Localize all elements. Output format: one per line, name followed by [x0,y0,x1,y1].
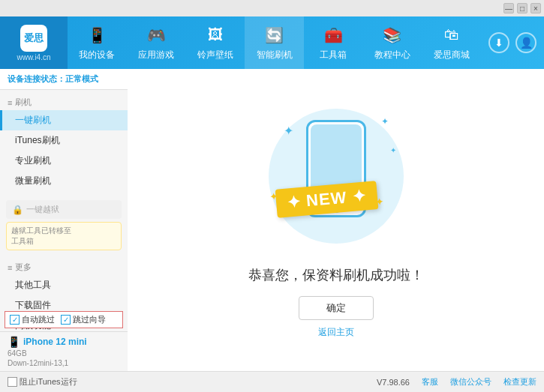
success-text: 恭喜您，保资料刷机成功啦！ [248,266,424,284]
close-button[interactable]: × [530,3,541,13]
micro-flash-label: 微量刷机 [15,175,51,187]
jailbreak-notice: 越狱工具已转移至工具箱 [6,222,122,250]
status-bar: 阻止iTunes运行 V7.98.66 客服 微信公众号 检查更新 [0,371,544,392]
sidebar-item-pro-flash[interactable]: 专业刷机 [0,151,128,171]
checkbox-auto-jump[interactable]: ✓ 自动跳过 [10,314,55,325]
sidebar-section-flash: ≡ 刷机 一键刷机 iTunes刷机 专业刷机 微量刷机 [0,90,128,193]
other-tools-label: 其他工具 [15,279,51,292]
main-layout: 设备连接状态：正常模式 ≡ 刷机 一键刷机 iTunes刷机 专业刷机 微 [0,69,544,371]
smart-shop-icon: 🔄 [264,25,285,46]
nav-item-wallpaper[interactable]: 🖼 铃声壁纸 [185,16,245,69]
header-actions: ⬇ 👤 [481,32,544,53]
itunes-label: 阻止iTunes运行 [20,376,77,388]
sidebar-wrapper: 设备连接状态：正常模式 ≡ 刷机 一键刷机 iTunes刷机 专业刷机 微 [0,69,128,371]
section-icon-more: ≡ [8,263,12,272]
version-text: V7.98.66 [377,378,410,387]
device-icon: 📱 [86,25,107,46]
status-left: 阻止iTunes运行 [8,376,77,388]
sidebar-item-micro-flash[interactable]: 微量刷机 [0,171,128,191]
logo-icon: 爱思 [20,25,47,52]
nav-label-apps: 应用游戏 [138,49,174,61]
section-icon-flash: ≡ [8,98,12,107]
title-bar: — □ × [0,0,544,16]
checkbox-skip-wizard-box[interactable]: ✓ [61,315,71,325]
sidebar-item-other-tools[interactable]: 其他工具 [0,275,128,295]
nav-items: 📱 我的设备 🎮 应用游戏 🖼 铃声壁纸 🔄 智能刷机 🧰 工具箱 📚 教程中心… [68,16,481,69]
nav-label-toolbox: 工具箱 [320,49,347,61]
sparkle-top-left: ✦ [284,124,293,138]
jailbreak-locked: 🔒 一键越狱 [6,200,122,219]
checkbox-auto-jump-box[interactable]: ✓ [10,315,20,325]
nav-label-shop: 爱思商城 [434,49,470,61]
maximize-button[interactable]: □ [517,3,527,13]
connection-label: 设备连接状态： [8,74,65,83]
check-update-link[interactable]: 检查更新 [503,376,536,388]
connection-status: 设备连接状态：正常模式 [0,69,128,90]
wallpaper-icon: 🖼 [205,25,226,46]
checkbox-skip-wizard[interactable]: ✓ 跳过向导 [61,314,106,325]
minimize-button[interactable]: — [503,3,514,13]
sparkle-top-right: ✦ [381,116,389,127]
sidebar-item-itunes-flash[interactable]: iTunes刷机 [0,130,128,151]
nav-item-smart-shop[interactable]: 🔄 智能刷机 [245,16,304,69]
nav-item-toolbox[interactable]: 🧰 工具箱 [304,16,363,69]
logo-text: www.i4.cn [17,53,50,61]
toolbox-icon: 🧰 [323,25,344,46]
lock-icon: 🔒 [12,205,23,215]
itunes-checkbox[interactable]: 阻止iTunes运行 [8,376,77,388]
wechat-link[interactable]: 微信公众号 [450,376,491,388]
itunes-flash-label: iTunes刷机 [15,134,60,147]
nav-item-shop[interactable]: 🛍 爱思商城 [422,16,481,69]
sidebar-item-one-key-flash[interactable]: 一键刷机 [0,110,128,130]
customer-service-link[interactable]: 客服 [422,376,438,388]
phone-icon: 📱 [8,336,20,348]
section-title-flash: ≡ 刷机 [0,94,128,110]
connection-value: 正常模式 [65,74,98,83]
download-button[interactable]: ⬇ [488,32,509,53]
content-area: ✦ ✦ ✦ ✦ NEW ✦ 恭喜您，保资料刷机成功啦！ 确定 返回主页 [128,69,544,371]
section-title-more: ≡ 更多 [0,259,128,275]
sidebar-section-jailbreak: 🔒 一键越狱 越狱工具已转移至工具箱 [0,193,128,255]
nav-label-wallpaper: 铃声壁纸 [197,49,233,61]
status-right: V7.98.66 客服 微信公众号 检查更新 [377,376,536,388]
nav-label-tutorials: 教程中心 [374,49,410,61]
back-link[interactable]: 返回主页 [318,326,354,339]
pro-flash-label: 专业刷机 [15,154,51,167]
logo[interactable]: 爱思 www.i4.cn [0,16,68,69]
confirm-button[interactable]: 确定 [299,296,374,320]
one-key-flash-label: 一键刷机 [15,114,51,127]
nav-label-smart-shop: 智能刷机 [257,49,293,61]
tutorials-icon: 📚 [382,25,403,46]
device-model: Down-12mini-13,1 [8,359,120,367]
device-storage: 64GB [8,349,120,358]
shop-icon: 🛍 [441,25,462,46]
nav-item-my-device[interactable]: 📱 我的设备 [68,16,127,69]
nav-label-my-device: 我的设备 [79,49,115,61]
nav-item-tutorials[interactable]: 📚 教程中心 [363,16,422,69]
success-illustration: ✦ ✦ ✦ ✦ NEW ✦ [261,101,411,251]
device-name: 📱 iPhone 12 mini [8,336,120,348]
nav-item-apps-games[interactable]: 🎮 应用游戏 [127,16,186,69]
header: 爱思 www.i4.cn 📱 我的设备 🎮 应用游戏 🖼 铃声壁纸 🔄 智能刷机… [0,16,544,69]
apps-icon: 🎮 [146,25,167,46]
user-button[interactable]: 👤 [515,32,536,53]
sparkle-right: ✦ [390,146,396,154]
